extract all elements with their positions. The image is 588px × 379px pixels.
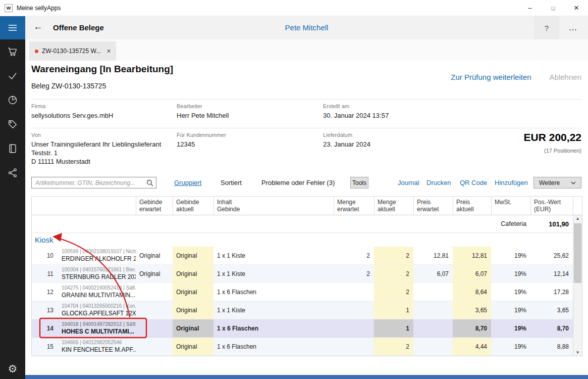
cell-menge-aktuell: 2 — [374, 247, 413, 264]
grouped-link[interactable]: Gruppiert — [174, 177, 201, 188]
cell-pos-wert: 25,62 — [530, 247, 573, 264]
header-pos — [32, 197, 59, 215]
cell-menge-erwartet — [334, 338, 374, 355]
cell-preis-erwartet — [413, 301, 453, 319]
pie-chart-icon — [7, 94, 18, 106]
scroll-down-icon[interactable]: ▼ — [573, 350, 582, 355]
sidebar-item-prices[interactable] — [0, 112, 25, 136]
group-header-kiosk[interactable]: Kiosk — [32, 233, 573, 247]
checkmark-icon — [7, 70, 18, 81]
sidebar-item-share[interactable] — [0, 161, 25, 185]
cell-mwst: 19% — [491, 283, 530, 301]
chevron-down-icon — [571, 181, 576, 184]
cell-mwst: 19% — [491, 247, 530, 264]
cell-mwst: 19% — [491, 265, 530, 282]
hamburger-menu-button[interactable] — [0, 16, 25, 39]
user-name: Pete Mitchell — [25, 23, 588, 32]
close-button[interactable]: × — [565, 0, 588, 16]
maximize-button[interactable]: □ — [542, 0, 565, 16]
field-firma: Firma sellysolutions Serv.ges.mbH — [31, 103, 113, 120]
sidebar-item-tasks[interactable] — [0, 64, 25, 88]
table-row-selected[interactable]: 14 104018 | 04001497282012 | Säft... HOH… — [32, 319, 573, 338]
cell-gebinde-aktuell: Original — [173, 265, 213, 282]
row-pos: 10 — [32, 247, 59, 264]
minimize-button[interactable]: – — [518, 0, 542, 16]
row-pos: 14 — [32, 319, 59, 337]
document-tab[interactable]: ZW-0130-135725 W... × — [29, 41, 116, 61]
cell-preis-erwartet: 12,81 — [413, 247, 453, 264]
header-article — [59, 197, 136, 215]
cell-menge-erwartet — [334, 283, 374, 301]
app-window: W Meine sellyApps – □ × ⚙ ← — [0, 0, 588, 379]
bottom-accent-bar — [25, 375, 588, 379]
divider — [31, 128, 581, 128]
cell-menge-erwartet — [334, 301, 374, 319]
row-pos: 15 — [32, 338, 59, 355]
more-actions-label: Weitere — [539, 179, 560, 186]
search-input[interactable] — [32, 177, 156, 188]
scrollbar-thumb[interactable] — [574, 223, 581, 283]
scroll-up-icon[interactable]: ▲ — [573, 216, 582, 221]
cell-gebinde-erwartet: Original — [136, 265, 173, 282]
document-title: Wareneingang [In Bearbeitung] — [31, 64, 173, 75]
qr-code-link[interactable]: QR Code — [460, 177, 487, 188]
cell-inhalt: 1 x 6 Flaschen — [213, 283, 334, 301]
tools-button[interactable]: Tools — [350, 177, 368, 188]
help-button[interactable]: ? — [534, 16, 559, 39]
table-row[interactable]: 10 100599 | 04002108019107 | Nich... ERD… — [32, 247, 573, 265]
row-article: 104665 | 04012982052546 KIN FENCHELTEE M… — [59, 338, 136, 355]
cell-gebinde-erwartet — [136, 319, 173, 337]
table-row[interactable]: 13 104704 | 04013265000216 | Kon... GLOC… — [32, 301, 573, 319]
more-options-button[interactable]: … — [562, 16, 584, 39]
sidebar-item-statistics[interactable] — [0, 88, 25, 112]
tab-close-icon[interactable]: × — [106, 47, 111, 55]
row-article: 100599 | 04002108019107 | Nich... ERDING… — [59, 247, 136, 264]
document-content: Wareneingang [In Bearbeitung] Zur Prüfun… — [25, 61, 588, 375]
sidebar-item-journal[interactable] — [0, 136, 25, 161]
header-pos-wert: Pos.-Wert (EUR) — [530, 197, 573, 215]
table-row[interactable]: 15 104665 | 04012982052546 KIN FENCHELTE… — [32, 338, 573, 356]
tab-bar: ZW-0130-135725 W... × — [25, 39, 588, 61]
cell-inhalt: 1 x 6 Flaschen — [213, 319, 334, 337]
field-bearbeiter: Bearbeiter Herr Pete Mitchell — [177, 103, 229, 120]
add-link[interactable]: Hinzufügen — [495, 177, 528, 188]
sorted-link[interactable]: Sortiert — [221, 177, 242, 188]
group-summary-value: 101,90 — [530, 220, 573, 228]
cell-menge-aktuell: 2 — [374, 283, 413, 301]
row-pos: 11 — [32, 265, 59, 282]
cell-menge-aktuell: 1 — [374, 301, 413, 319]
table-row[interactable]: 11 100304 | 04015760121661 | Bier... STE… — [32, 265, 573, 283]
cell-preis-aktuell: 3,65 — [453, 301, 491, 319]
cell-menge-aktuell: 2 — [374, 338, 413, 355]
header-preis-aktuell: Preis aktuell — [453, 197, 491, 215]
settings-gear-icon[interactable]: ⚙ — [0, 363, 25, 375]
cell-gebinde-erwartet — [136, 338, 173, 355]
cell-menge-erwartet: 2 — [334, 265, 374, 282]
cart-icon — [7, 46, 18, 57]
cell-pos-wert: 3,65 — [530, 301, 573, 319]
cell-gebinde-aktuell: Original — [173, 338, 213, 355]
divider — [31, 99, 581, 100]
cell-inhalt: 1 x 1 Kiste — [213, 301, 334, 319]
cell-inhalt: 1 x 1 Kiste — [213, 265, 334, 282]
cell-mwst: 19% — [491, 338, 530, 355]
print-link[interactable]: Drucken — [426, 177, 451, 188]
reject-link[interactable]: Ablehnen — [550, 73, 581, 81]
cell-preis-erwartet: 6,07 — [413, 265, 453, 282]
field-lieferdatum: Lieferdatum 23. Januar 2024 — [323, 132, 370, 149]
sidebar-item-cart[interactable] — [0, 39, 25, 64]
row-pos: 12 — [32, 283, 59, 301]
forward-for-review-link[interactable]: Zur Prüfung weiterleiten — [451, 73, 531, 81]
more-actions-button[interactable]: Weitere — [533, 177, 581, 188]
group-summary-row[interactable]: Cafeteria 101,90 — [32, 215, 573, 233]
field-erstellt-am: Erstellt am 30. Januar 2024 13:57 — [323, 103, 389, 120]
window-title: Meine sellyApps — [17, 5, 61, 12]
field-von: Von Unser Trainingslieferant Ihr Lieblin… — [31, 132, 161, 166]
table-row[interactable]: 12 104275 | 04002160052413 | Säft... GRA… — [32, 283, 573, 301]
cell-menge-erwartet — [334, 319, 374, 337]
tag-icon — [7, 119, 18, 130]
table-scrollbar[interactable]: ▲ ▼ — [573, 215, 582, 356]
sidebar: ⚙ — [0, 16, 25, 379]
journal-link[interactable]: Journal — [398, 177, 419, 188]
problems-link[interactable]: Probleme oder Fehler (3) — [261, 177, 335, 188]
